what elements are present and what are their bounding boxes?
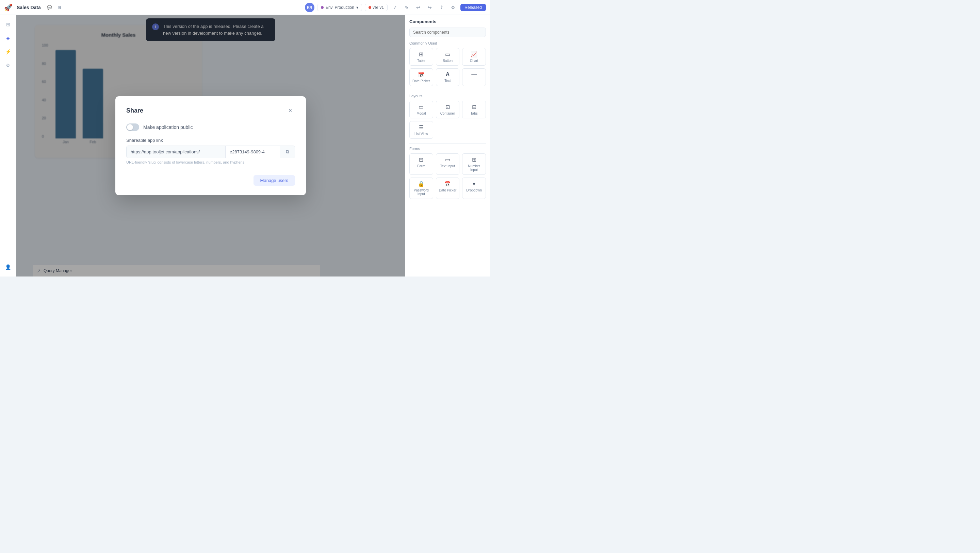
- ver-dot: [369, 6, 371, 9]
- text-input-label: Text Input: [440, 164, 455, 168]
- url-base-input[interactable]: [127, 146, 225, 158]
- modal-title: Share: [126, 107, 143, 114]
- layouts-grid: ▭ Modal ⊡ Container ⊟ Tabs ☰ List View: [409, 101, 486, 139]
- url-row: ⧉: [126, 146, 295, 158]
- component-datepicker[interactable]: 📅 Date Picker: [409, 68, 433, 86]
- logo-icon: 🚀: [4, 3, 13, 11]
- topbar: 🚀 Sales Data 💬 ⊟ KR Env Production ▾ ver…: [0, 0, 490, 15]
- env-selector[interactable]: Env Production ▾: [317, 4, 362, 11]
- env-value: Production: [335, 5, 354, 10]
- version-selector[interactable]: ver v1: [365, 4, 388, 11]
- ver-label: ver: [372, 5, 379, 10]
- sidebar-item-components[interactable]: ◈: [3, 33, 14, 43]
- url-hint: URL-friendly 'slug' consists of lowercas…: [126, 160, 295, 164]
- divider-layouts: [409, 91, 486, 91]
- redo-icon[interactable]: ↪: [425, 3, 434, 12]
- sidebar-bottom: 👤: [3, 262, 14, 272]
- component-text-input[interactable]: ▭ Text Input: [436, 153, 460, 175]
- chevron-down-icon: ▾: [356, 5, 358, 10]
- container-icon: ⊡: [445, 104, 450, 110]
- component-container[interactable]: ⊡ Container: [436, 101, 460, 118]
- comment-icon[interactable]: 💬: [46, 4, 53, 11]
- components-panel-title: Components: [409, 19, 486, 24]
- component-tabs[interactable]: ⊟ Tabs: [462, 101, 486, 118]
- sidebar-item-settings[interactable]: ⚙: [3, 60, 14, 71]
- dropdown-label: Dropdown: [466, 188, 482, 192]
- component-chart[interactable]: 📈 Chart: [462, 48, 486, 66]
- app-title: Sales Data: [17, 5, 41, 10]
- modal-overlay[interactable]: Share × Make application public Shareabl…: [16, 15, 405, 276]
- component-listview[interactable]: ☰ List View: [409, 121, 433, 139]
- section-forms: Forms: [409, 146, 486, 151]
- modal-close-button[interactable]: ×: [285, 106, 295, 115]
- form-icon: ⊟: [419, 156, 423, 163]
- forms-grid: ⊟ Form ▭ Text Input ⊞ Number Input 🔒 Pas…: [409, 153, 486, 199]
- section-layouts: Layouts: [409, 94, 486, 98]
- chart-label: Chart: [470, 59, 478, 63]
- url-slug-input[interactable]: [225, 146, 280, 158]
- public-toggle[interactable]: [126, 124, 139, 131]
- undo-icon[interactable]: ↩: [414, 3, 423, 12]
- password-input-label: Password Input: [411, 188, 431, 196]
- date-picker-label: Date Picker: [439, 188, 457, 192]
- shareable-link-label: Shareable app link: [126, 138, 295, 143]
- text-input-icon: ▭: [445, 156, 450, 163]
- component-button[interactable]: ▭ Button: [436, 48, 460, 66]
- button-label: Button: [443, 59, 453, 63]
- toggle-label: Make application public: [143, 124, 193, 130]
- main-layout: ⊞ ◈ ⚡ ⚙ 👤 Monthly Sales 0 20 40 60 80 10…: [0, 15, 490, 276]
- component-placeholder1[interactable]: —: [462, 68, 486, 86]
- ver-value: v1: [380, 5, 384, 10]
- modal-label: Modal: [417, 111, 426, 115]
- env-dot: [321, 6, 324, 9]
- listview-icon: ☰: [419, 124, 424, 130]
- component-text[interactable]: A Text: [436, 68, 460, 86]
- table-label: Table: [417, 59, 425, 63]
- component-date-picker[interactable]: 📅 Date Picker: [436, 178, 460, 199]
- section-commonly-used: Commonly Used: [409, 41, 486, 45]
- toggle-row: Make application public: [126, 124, 295, 131]
- datepicker-label: Date Picker: [412, 79, 430, 83]
- share-icon[interactable]: ⤴: [437, 3, 446, 12]
- component-form[interactable]: ⊟ Form: [409, 153, 433, 175]
- divider-forms: [409, 143, 486, 144]
- components-panel: Components Commonly Used ⊞ Table ▭ Butto…: [405, 15, 490, 276]
- topbar-doc-icons: 💬 ⊟: [46, 4, 63, 11]
- canvas-area[interactable]: Monthly Sales 0 20 40 60 80 100: [16, 15, 405, 276]
- component-dropdown[interactable]: ▾ Dropdown: [462, 178, 486, 199]
- form-label: Form: [417, 164, 425, 168]
- settings-icon[interactable]: ⚙: [448, 3, 458, 12]
- toggle-knob: [127, 124, 133, 130]
- number-input-label: Number Input: [464, 164, 484, 172]
- copy-button[interactable]: ⧉: [280, 146, 295, 158]
- date-picker-icon: 📅: [444, 181, 451, 187]
- component-modal[interactable]: ▭ Modal: [409, 101, 433, 118]
- sidebar-item-profile[interactable]: 👤: [3, 262, 14, 272]
- topbar-actions: ✓ ✎ ↩ ↪ ⤴ ⚙: [390, 3, 458, 12]
- tabs-label: Tabs: [471, 111, 478, 115]
- sidebar-item-queries[interactable]: ⚡: [3, 46, 14, 57]
- placeholder1-icon: —: [471, 72, 477, 78]
- datepicker-icon: 📅: [418, 72, 425, 78]
- component-password-input[interactable]: 🔒 Password Input: [409, 178, 433, 199]
- check-icon[interactable]: ✓: [390, 3, 400, 12]
- text-icon: A: [446, 72, 450, 78]
- sidebar-item-pages[interactable]: ⊞: [3, 19, 14, 30]
- edit-icon[interactable]: ✎: [402, 3, 411, 12]
- component-table[interactable]: ⊞ Table: [409, 48, 433, 66]
- container-label: Container: [440, 111, 455, 115]
- number-input-icon: ⊞: [472, 156, 476, 163]
- chart-icon: 📈: [471, 51, 477, 57]
- manage-users-button[interactable]: Manage users: [253, 175, 295, 186]
- dropdown-icon: ▾: [473, 181, 476, 187]
- button-icon: ▭: [445, 51, 450, 57]
- modal-footer: Manage users: [126, 175, 295, 186]
- share-modal: Share × Make application public Shareabl…: [115, 96, 306, 195]
- search-components-input[interactable]: [409, 27, 486, 37]
- env-label: Env: [326, 5, 333, 10]
- layout-icon[interactable]: ⊟: [56, 4, 63, 11]
- released-button[interactable]: Released: [460, 4, 486, 11]
- user-avatar[interactable]: KR: [305, 3, 314, 12]
- commonly-used-grid: ⊞ Table ▭ Button 📈 Chart 📅 Date Picker A…: [409, 48, 486, 86]
- component-number-input[interactable]: ⊞ Number Input: [462, 153, 486, 175]
